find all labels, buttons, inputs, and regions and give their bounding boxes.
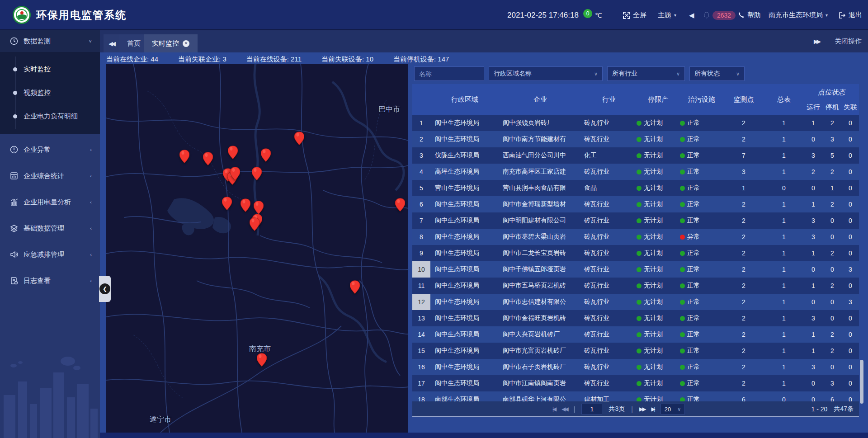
first-page-button[interactable]: |◀ <box>552 406 555 412</box>
map-pin-icon[interactable] <box>261 149 271 162</box>
close-operations-button[interactable]: 关闭操作 <box>835 37 862 46</box>
table-row[interactable]: 5营山生态环境局营山县润丰肉食品有限食品无计划正常10010 <box>412 180 859 196</box>
sidebar-group-应急减排管理[interactable]: 应急减排管理‹ <box>0 244 100 265</box>
table-row[interactable]: 9阆中生态环境局阆中市二龙长宝页岩砖砖瓦行业无计划正常21120 <box>412 245 859 261</box>
tab-scroll-right-button[interactable]: ▶▶ <box>814 38 819 45</box>
tab-realtime-monitor[interactable]: 实时监控 ✕ <box>144 34 198 52</box>
cell-limit-status: 无计划 <box>637 196 680 212</box>
column-subheader-运行: 运行 <box>804 99 823 115</box>
row-index: 12 <box>412 294 430 310</box>
page-number-input[interactable] <box>581 404 602 414</box>
sidebar-group-基础数据管理[interactable]: 基础数据管理‹ <box>0 217 100 239</box>
cell-lost: 0 <box>842 326 859 343</box>
map-pin-icon[interactable] <box>250 218 259 231</box>
table-row[interactable]: 15阆中生态环境局阆中市光富页岩机砖厂砖瓦行业无计划正常21120 <box>412 343 859 359</box>
table-row[interactable]: 2阆中生态环境局阆中市南方节能建材有砖瓦行业无计划正常21030 <box>412 131 859 147</box>
table-row[interactable]: 6阆中生态环境局阆中市金博瑞新型墙材砖瓦行业无计划正常21120 <box>412 196 859 212</box>
sidebar-group-企业用电量分析[interactable]: 企业用电量分析‹ <box>0 191 100 213</box>
map-pin-icon[interactable] <box>222 197 232 211</box>
cell-company: 阆中大兴页岩机砖厂 <box>499 326 581 343</box>
theme-dropdown[interactable]: 主题 ▾ <box>658 0 676 30</box>
cell-run: 3 <box>804 229 823 245</box>
next-page-button[interactable]: ▶▶ <box>639 406 645 412</box>
cell-facility-status: 正常 <box>680 294 723 310</box>
cell-points: 2 <box>723 310 764 326</box>
cell-facility-status: 正常 <box>680 180 723 196</box>
cell-industry: 砖瓦行业 <box>581 261 637 278</box>
facility-status-label: 正常 <box>687 135 700 143</box>
cell-facility-status: 正常 <box>680 261 723 278</box>
stat-value: 3 <box>222 55 226 63</box>
tab-scroll-left-button[interactable]: ◀◀ <box>104 34 119 52</box>
map-pin-icon[interactable] <box>294 132 304 146</box>
speaker-mute-icon[interactable]: ◀ <box>689 0 694 30</box>
cell-company: 阆中市光富页岩机砖厂 <box>499 343 581 359</box>
table-row[interactable]: 3仪陇生态环境局西南油气田分公司川中化工无计划正常71350 <box>412 147 859 164</box>
table-row[interactable]: 7阆中生态环境局阆中明阳建材有限公司砖瓦行业无计划正常21300 <box>412 212 859 229</box>
table-row[interactable]: 4高坪生态环境局南充市高坪区王家店建砖瓦行业无计划正常31220 <box>412 164 859 180</box>
map-pin-icon[interactable] <box>395 198 405 212</box>
sidebar-group-企业异常[interactable]: 企业异常‹ <box>0 139 100 160</box>
sidebar-item-企业电力负荷明细[interactable]: 企业电力负荷明细 <box>0 104 100 128</box>
map-panel[interactable]: 巴中市南充市遂宁市 <box>106 64 408 433</box>
status-dot-green-icon <box>680 218 685 223</box>
map-pin-icon[interactable] <box>252 167 262 181</box>
map-pin-icon[interactable] <box>203 152 213 166</box>
chevron-down-icon: ∨ <box>736 71 740 77</box>
map-pin-icon[interactable] <box>257 353 267 367</box>
chevron-left-icon: ❮ <box>99 283 110 294</box>
table-row[interactable]: 8阆中生态环境局阆中市枣碧大梁山页岩砖瓦行业无计划异常21300 <box>412 229 859 245</box>
close-icon[interactable]: ✕ <box>183 40 189 47</box>
cell-region: 南部生态环境局 <box>430 391 499 401</box>
status-dot-green-icon <box>637 235 642 240</box>
last-page-button[interactable]: ▶| <box>651 406 654 412</box>
map-pin-icon[interactable] <box>254 201 264 215</box>
cell-company: 南充市高坪区王家店建 <box>499 164 581 180</box>
table-row[interactable]: 11阆中生态环境局阆中市五马桥页岩机砖砖瓦行业无计划正常21120 <box>412 278 859 294</box>
map-pin-icon[interactable] <box>179 150 189 164</box>
sidebar-item-实时监控[interactable]: 实时监控 <box>0 57 100 81</box>
notification-bell[interactable]: 2632 <box>703 0 736 30</box>
sidebar-group-data-monitoring[interactable]: 数据监测 ˅ <box>0 30 100 52</box>
table-row[interactable]: 16阆中生态环境局阆中市石子页岩机砖厂砖瓦行业无计划正常21300 <box>412 359 859 375</box>
stat-当前在线企业: 当前在线企业: 44 <box>106 55 158 64</box>
vertical-scrollbar-thumb[interactable] <box>860 360 863 404</box>
logout-button[interactable]: 退出 <box>839 0 862 30</box>
cell-industry: 砖瓦行业 <box>581 245 637 261</box>
prev-page-button[interactable]: ◀◀ <box>561 406 567 412</box>
cell-limit-status: 无计划 <box>637 326 680 343</box>
table-row[interactable]: 17阆中生态环境局阆中市江南镇阆南页岩砖瓦行业无计划正常21030 <box>412 375 859 391</box>
map-pin-icon[interactable] <box>350 281 360 294</box>
sidebar-group-日志查看[interactable]: 日志查看‹ <box>0 270 100 292</box>
table-row[interactable]: 14阆中生态环境局阆中大兴页岩机砖厂砖瓦行业无计划正常21120 <box>412 326 859 343</box>
datetime-display: 2021-02-25 17:46:18 <box>507 0 579 30</box>
table-row[interactable]: 12阆中生态环境局阆中市忠信建材有限公砖瓦行业无计划正常21003 <box>412 294 859 310</box>
panel-collapse-handle[interactable]: ❮ <box>99 276 111 302</box>
fullscreen-button[interactable]: 全屏 <box>623 0 646 30</box>
bullet-dot-icon <box>13 91 17 95</box>
help-button[interactable]: 帮助 <box>738 0 761 30</box>
industry-filter-select[interactable]: 所有行业 ∨ <box>607 66 685 81</box>
cell-limit-status: 无计划 <box>637 229 680 245</box>
status-dot-green-icon <box>637 381 642 386</box>
map-pin-icon[interactable] <box>241 199 250 212</box>
map-pin-icon[interactable] <box>230 167 240 181</box>
status-filter-select[interactable]: 所有状态 ∨ <box>689 66 745 81</box>
table-row[interactable]: 18南部生态环境局南部县砚华上河有限公建材加工无计划正常60060 <box>412 391 859 401</box>
page-size-select[interactable]: 20 ∨ <box>660 404 685 414</box>
table-row[interactable]: 1阆中生态环境局阆中强锐页岩砖厂砖瓦行业无计划正常21120 <box>412 115 859 131</box>
sidebar-group-企业综合统计[interactable]: 企业综合统计‹ <box>0 165 100 187</box>
cell-lost: 0 <box>842 391 859 401</box>
tab-home-label: 首页 <box>127 39 141 48</box>
map-pin-icon[interactable] <box>228 146 238 160</box>
table-row[interactable]: 10阆中生态环境局阆中千佛镇五郎垭页岩砖瓦行业无计划正常21003 <box>412 261 859 278</box>
name-filter-input[interactable] <box>414 66 484 81</box>
table-row[interactable]: 13阆中生态环境局阆中市金福旺页岩机砖砖瓦行业无计划正常21300 <box>412 310 859 326</box>
cell-industry: 砖瓦行业 <box>581 343 637 359</box>
user-org-dropdown[interactable]: 南充市生态环境局 ▾ <box>769 0 828 30</box>
cell-facility-status: 正常 <box>680 326 723 343</box>
table-body: 1阆中生态环境局阆中强锐页岩砖厂砖瓦行业无计划正常211202阆中生态环境局阆中… <box>412 115 859 401</box>
sidebar-item-视频监控[interactable]: 视频监控 <box>0 81 100 104</box>
region-filter-select[interactable]: 行政区域名称 ∨ <box>489 66 603 81</box>
cell-run: 0 <box>804 294 823 310</box>
